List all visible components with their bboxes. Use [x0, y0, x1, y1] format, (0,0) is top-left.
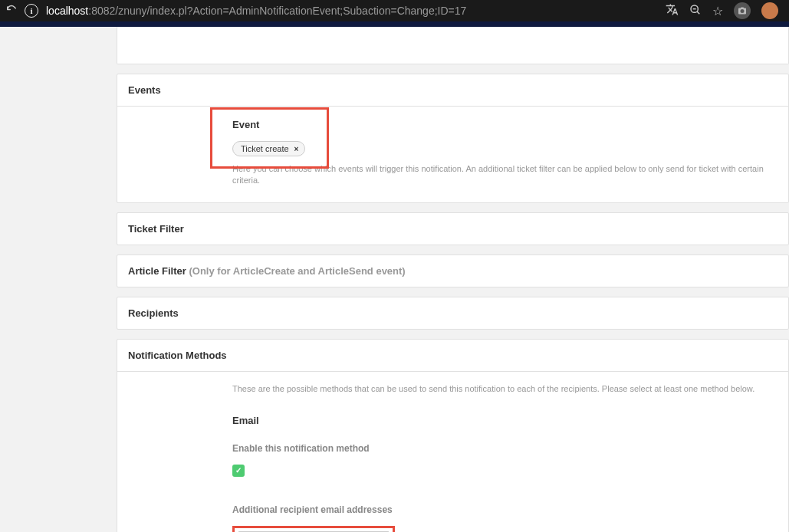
enable-method-label: Enable this notification method — [232, 443, 777, 454]
additional-recipients-label: Additional recipient email addresses — [232, 504, 777, 515]
panel-recipients[interactable]: Recipients — [117, 297, 789, 330]
profile-avatar-icon[interactable] — [761, 2, 778, 19]
panel-notification-methods: Notification Methods These are the possi… — [117, 339, 789, 532]
url-path: :8082/znuny/index.pl?Action=AdminNotific… — [88, 5, 466, 17]
email-method-title: Email — [232, 415, 777, 426]
article-filter-note: (Only for ArticleCreate and ArticleSend … — [189, 265, 405, 277]
refresh-icon[interactable] — [6, 5, 17, 18]
section-title-events: Events — [117, 74, 788, 106]
panel-events: Events Event Ticket create × Here you ca… — [117, 74, 789, 203]
camera-icon[interactable] — [734, 2, 751, 19]
event-tag-remove-icon[interactable]: × — [294, 145, 299, 153]
additional-recipients-highlight — [232, 526, 395, 532]
translate-icon[interactable] — [666, 3, 679, 18]
event-help-text: Here you can choose which events will tr… — [232, 163, 777, 187]
section-title-ticket-filter: Ticket Filter — [117, 213, 788, 245]
event-highlight-box — [210, 107, 329, 169]
article-filter-title: Article Filter — [128, 265, 189, 277]
events-body: Event Ticket create × Here you can choos… — [117, 106, 788, 202]
bookmark-star-icon[interactable]: ☆ — [712, 4, 723, 18]
app-toolbar — [0, 21, 789, 27]
panel-ticket-filter[interactable]: Ticket Filter — [117, 212, 789, 245]
section-title-recipients: Recipients — [117, 297, 788, 329]
event-field-label: Event — [232, 119, 777, 130]
info-icon[interactable]: i — [25, 4, 38, 18]
url-display[interactable]: localhost:8082/znuny/index.pl?Action=Adm… — [46, 5, 666, 17]
section-title-notification-methods: Notification Methods — [117, 340, 788, 371]
url-host: localhost — [46, 5, 88, 17]
panel-article-filter[interactable]: Article Filter (Only for ArticleCreate a… — [117, 255, 789, 287]
svg-line-1 — [697, 11, 699, 14]
methods-body: These are the possible methods that can … — [117, 371, 788, 532]
event-tag-label: Ticket create — [241, 144, 289, 153]
panel-top-fragment — [117, 27, 789, 64]
main-content: Events Event Ticket create × Here you ca… — [0, 27, 789, 532]
zoom-icon[interactable] — [689, 4, 702, 18]
enable-method-checkbox[interactable]: ✓ — [232, 465, 245, 477]
browser-address-bar: i localhost:8082/znuny/index.pl?Action=A… — [0, 0, 789, 21]
browser-actions: ☆ — [666, 2, 778, 19]
section-title-article-filter: Article Filter (Only for ArticleCreate a… — [117, 255, 788, 287]
methods-intro-text: These are the possible methods that can … — [232, 384, 777, 393]
event-tag[interactable]: Ticket create × — [232, 141, 305, 156]
